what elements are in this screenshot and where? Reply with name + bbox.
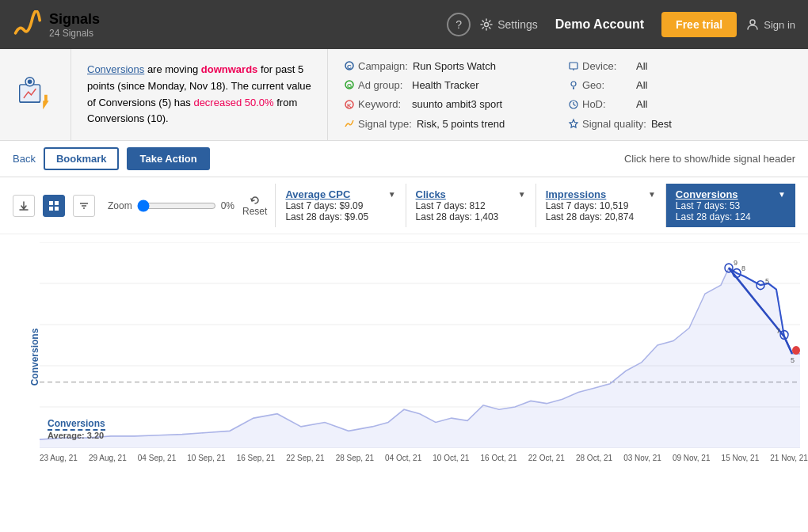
x-label: 04 Sep, 21 xyxy=(138,454,176,462)
svg-point-2 xyxy=(750,20,755,25)
svg-text:7: 7 xyxy=(776,327,780,335)
metric-last7: Last 7 days: 10,519 xyxy=(546,200,656,211)
geo-row: Geo: All xyxy=(568,76,792,93)
metric-title: Conversions xyxy=(676,188,738,200)
legend-label: Conversions xyxy=(48,418,105,431)
geo-icon xyxy=(568,79,579,90)
chart-toolbar: Zoom 0% Reset Average CPC ▼ Last 7 days:… xyxy=(0,177,808,234)
metric-last7: Last 7 days: 53 xyxy=(676,200,786,211)
avg-label: Average: 3.20 xyxy=(48,431,105,440)
metric-title: Impressions xyxy=(546,188,607,200)
metric-last28: Last 28 days: 20,874 xyxy=(546,211,656,222)
alert-text: Conversions are moving downwards for pas… xyxy=(71,49,327,140)
svg-point-14 xyxy=(571,82,576,86)
x-label: 22 Sep, 21 xyxy=(286,454,324,462)
svg-rect-10 xyxy=(570,63,577,69)
dropdown-arrow-icon: ▼ xyxy=(648,190,656,199)
svg-rect-22 xyxy=(55,201,59,205)
signal-quality-row: Signal quality: Best xyxy=(568,115,792,132)
campaign-row: C Campaign: Run Sports Watch xyxy=(344,57,568,74)
metric-last28: Last 28 days: $9.05 xyxy=(285,211,395,222)
campaign-icon: C xyxy=(344,60,355,71)
alert-meta: C Campaign: Run Sports Watch Device: All… xyxy=(327,49,808,140)
dropdown-arrow-icon: ▼ xyxy=(778,190,786,199)
x-label: 10 Oct, 21 xyxy=(433,454,469,462)
x-label: 28 Sep, 21 xyxy=(336,454,374,462)
app-subtitle: 24 Signals xyxy=(49,28,100,39)
back-button[interactable]: Back xyxy=(13,153,36,165)
settings-label: Settings xyxy=(497,18,538,31)
help-button[interactable]: ? xyxy=(447,13,471,36)
svg-point-5 xyxy=(27,80,32,85)
filter-icon[interactable] xyxy=(73,195,95,217)
x-label: 21 Nov, 21 xyxy=(770,454,808,462)
conversions-link[interactable]: Conversions xyxy=(87,63,144,75)
grid-icon[interactable] xyxy=(43,195,65,217)
zoom-slider[interactable] xyxy=(137,200,216,212)
adgroup-row: G Ad group: Health Tracker xyxy=(344,76,568,93)
svg-text:5: 5 xyxy=(791,356,795,364)
y-axis-label: Conversions xyxy=(29,329,40,386)
take-action-button[interactable]: Take Action xyxy=(127,147,209,170)
x-label: 03 Nov, 21 xyxy=(623,454,661,462)
x-label: 28 Oct, 21 xyxy=(576,454,612,462)
svg-rect-23 xyxy=(49,207,53,211)
metric-card-clicks[interactable]: Clicks ▼ Last 7 days: 812 Last 28 days: … xyxy=(406,184,535,227)
x-label: 22 Oct, 21 xyxy=(528,454,565,462)
settings-button[interactable]: Settings xyxy=(480,18,538,31)
keyword-row: K Keyword: suunto ambit3 sport xyxy=(344,96,568,113)
download-icon[interactable] xyxy=(13,195,35,217)
account-label: Demo Account xyxy=(547,17,652,32)
svg-rect-21 xyxy=(49,201,53,205)
reset-label: Reset xyxy=(242,206,267,217)
app-header: Signals 24 Signals ? Settings Demo Accou… xyxy=(0,0,808,49)
free-trial-button[interactable]: Free trial xyxy=(661,12,737,37)
app-title: Signals xyxy=(49,11,100,28)
metric-card-average-cpc[interactable]: Average CPC ▼ Last 7 days: $9.09 Last 28… xyxy=(275,184,405,227)
bookmark-button[interactable]: Bookmark xyxy=(44,147,120,170)
chart-area: Conversions 10 5 0 9 8 5 7 xyxy=(0,234,808,480)
x-label: 16 Oct, 21 xyxy=(481,454,517,462)
hod-row: HoD: All xyxy=(568,96,792,113)
svg-line-19 xyxy=(574,104,576,106)
x-label: 16 Sep, 21 xyxy=(237,454,275,462)
action-bar: Back Bookmark Take Action Click here to … xyxy=(0,141,808,177)
svg-rect-24 xyxy=(55,207,59,211)
metric-last7: Last 7 days: 812 xyxy=(416,200,526,211)
dropdown-arrow-icon: ▼ xyxy=(388,190,396,199)
x-axis-labels: 23 Aug, 2129 Aug, 2104 Sep, 2110 Sep, 21… xyxy=(40,450,808,462)
x-label: 23 Aug, 21 xyxy=(40,454,78,462)
dropdown-arrow-icon: ▼ xyxy=(518,190,526,199)
signal-type-icon xyxy=(344,118,355,129)
sign-in-button[interactable]: Sign in xyxy=(746,18,795,31)
hod-icon xyxy=(568,99,579,110)
metric-last28: Last 28 days: 1,403 xyxy=(416,211,526,222)
metric-card-impressions[interactable]: Impressions ▼ Last 7 days: 10,519 Last 2… xyxy=(535,184,665,227)
reset-button[interactable]: Reset xyxy=(242,195,267,217)
signal-type-row: Signal type: Risk, 5 points trend xyxy=(344,115,568,132)
svg-text:G: G xyxy=(347,82,352,89)
x-label: 04 Oct, 21 xyxy=(385,454,421,462)
svg-text:K: K xyxy=(347,101,352,108)
x-label: 10 Sep, 21 xyxy=(187,454,225,462)
svg-point-47 xyxy=(792,346,800,355)
metric-last7: Last 7 days: $9.09 xyxy=(285,200,395,211)
x-label: 15 Nov, 21 xyxy=(722,454,760,462)
action-buttons: Back Bookmark Take Action xyxy=(13,147,210,170)
user-icon xyxy=(746,18,759,31)
logo: Signals 24 Signals xyxy=(13,10,100,39)
adgroup-icon: G xyxy=(344,79,355,90)
alert-icon-area xyxy=(0,49,71,140)
alert-bar: Conversions are moving downwards for pas… xyxy=(0,49,808,141)
keyword-icon: K xyxy=(344,99,355,110)
alert-visual xyxy=(17,74,55,112)
metric-title: Average CPC xyxy=(285,188,350,200)
sign-in-label: Sign in xyxy=(764,19,795,31)
metric-title: Clicks xyxy=(416,188,446,200)
metric-card-conversions[interactable]: Conversions ▼ Last 7 days: 53 Last 28 da… xyxy=(665,184,795,227)
svg-rect-0 xyxy=(13,10,41,39)
device-row: Device: All xyxy=(568,57,792,74)
svg-text:5: 5 xyxy=(765,277,769,285)
device-icon xyxy=(568,60,579,71)
signals-icon xyxy=(13,10,41,39)
